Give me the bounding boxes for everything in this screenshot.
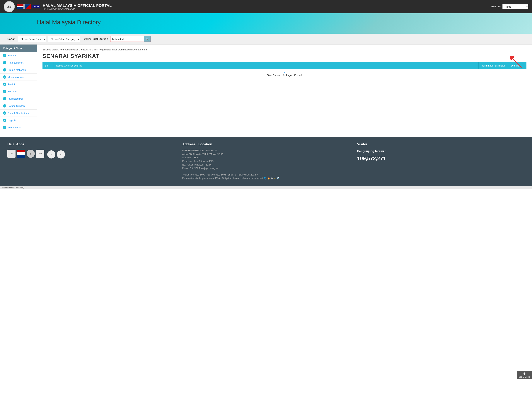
header-title-area: HALAL MALAYSIA OFFICIAL PORTAL PORTAL RA…	[43, 3, 488, 10]
total-record: Total Record : 0 - Page 1 From 0	[267, 74, 302, 77]
check-icon: ✓	[3, 126, 6, 129]
verify-label: Verify Halal Status :	[84, 38, 108, 40]
status-url: directory/index_directory	[2, 187, 24, 189]
check-icon: ✓	[3, 104, 6, 107]
sidebar: Kategori / Skim ✓ Syarikat ✓ Hotel & Res…	[0, 45, 37, 137]
flag2	[24, 4, 31, 9]
th-nama-alamat: Nama & Alamat Syarikat	[54, 62, 478, 69]
sidebar-item-kosmetik[interactable]: ✓ Kosmetik	[0, 88, 37, 95]
sidebar-label-syarikat: Syarikat	[8, 54, 16, 57]
directory-title: SENARAI SYARIKAT	[42, 53, 526, 59]
check-icon: ✓	[3, 54, 6, 57]
arrow-svg	[510, 56, 525, 70]
th-bil: Bil	[42, 62, 54, 69]
svg-line-1	[513, 58, 522, 67]
sidebar-label-menu: Menu Makanan	[8, 76, 24, 78]
hero-title: Halal Malaysia Directory	[37, 19, 525, 26]
check-icon: ✓	[3, 83, 6, 86]
check-icon: ✓	[3, 97, 6, 100]
sidebar-item-international[interactable]: ✓ International	[0, 124, 37, 131]
footer-contact: Telefon : 03-8892 5000 | Fax : 03-8892 5…	[182, 173, 350, 177]
arrow-annotation	[510, 56, 525, 70]
footer-apps-logos: حلال ◁ CCM ◎ ♥	[7, 149, 175, 159]
verify-input-wrapper: 🔍	[110, 36, 151, 42]
footer: Halal Apps حلال ◁ CCM ◎ ♥ Address / Loca…	[0, 137, 532, 186]
sidebar-header: Kategori / Skim	[0, 45, 37, 52]
sidebar-item-premis[interactable]: ✓ Premis Makanan	[0, 66, 37, 74]
sidebar-label-hotel: Hotel & Resort	[8, 61, 23, 64]
sidebar-item-farma[interactable]: ✓ Farmaseutikal	[0, 95, 37, 102]
portal-title: HALAL MALAYSIA OFFICIAL PORTAL	[43, 3, 488, 8]
lang-eng[interactable]: ENG	[491, 5, 496, 8]
app-logo-4: CCM	[36, 150, 44, 158]
verify-search-button[interactable]: 🔍	[144, 36, 151, 42]
pagination-link[interactable]: [ 1 ]	[282, 71, 286, 74]
directory-content: Selamat datang ke direktori Halal Malays…	[37, 45, 532, 137]
sidebar-item-rumah[interactable]: ✓ Rumah Sembelihan	[0, 110, 37, 117]
visitor-count: 109,572,271	[357, 154, 525, 163]
directory-table: Bil Nama & Alamat Syarikat Tarikh Luput …	[42, 62, 526, 78]
sidebar-label-produk: Produk	[8, 83, 15, 86]
lang-bm[interactable]: BM	[498, 5, 501, 8]
sidebar-item-barang[interactable]: ✓ Barang Gunaan	[0, 102, 37, 110]
sidebar-label-logistik: Logistik	[8, 119, 16, 122]
footer-apps-section: Halal Apps حلال ◁ CCM ◎ ♥	[7, 142, 175, 159]
sidebar-item-menu[interactable]: ✓ Menu Makanan	[0, 74, 37, 81]
table-body: [ 1 ] Total Record : 0 - Page 1 From 0	[42, 69, 526, 78]
nav-dropdown[interactable]: Home	[503, 4, 528, 9]
footer-browser-note: Paparan terbaik dengan resolusi 1024 x 7…	[182, 177, 350, 180]
page-header: حلال JAKIM HALAL MALAYSIA OFFICIAL PORTA…	[0, 0, 532, 13]
lang-nav: ENG BM Home	[491, 4, 528, 9]
sidebar-item-produk[interactable]: ✓ Produk	[0, 81, 37, 88]
check-icon: ✓	[3, 119, 6, 122]
app-logo-6: ♥	[57, 150, 65, 159]
halal-logo: حلال	[4, 1, 15, 12]
visitor-title: Visitor	[357, 142, 525, 146]
sidebar-label-premis: Premis Makanan	[8, 68, 26, 71]
sidebar-label-barang: Barang Gunaan	[8, 104, 25, 107]
footer-address-section: Address / Location BAHAGIAN PENGURUSAN H…	[182, 142, 350, 180]
visitor-label: Pengunjung terkini :	[357, 149, 525, 154]
category-select[interactable]: Please Select Category	[48, 36, 80, 42]
sidebar-label-kosmetik: Kosmetik	[8, 90, 18, 93]
malaysia-flag	[17, 4, 24, 9]
sidebar-label-international: International	[8, 126, 21, 129]
sidebar-label-rumah: Rumah Sembelihan	[8, 112, 29, 114]
footer-apps-title: Halal Apps	[7, 142, 175, 146]
state-select[interactable]: Please Select State	[18, 36, 46, 42]
app-logo-5: ◎	[47, 150, 56, 159]
app-logo-3: ◁	[27, 150, 35, 158]
check-icon: ✓	[3, 61, 6, 64]
check-icon: ✓	[3, 111, 6, 115]
footer-visitor-section: Visitor Pengunjung terkini : 109,572,271	[357, 142, 525, 162]
carian-label: Carian:	[7, 38, 16, 40]
table-header-row: Bil Nama & Alamat Syarikat Tarikh Luput …	[42, 62, 526, 69]
sidebar-item-hotel[interactable]: ✓ Hotel & Resort	[0, 59, 37, 66]
footer-address-line1: BAHAGIAN PENGURUSAN HALAL, JABATAN KEMAJ…	[182, 149, 350, 170]
check-icon: ✓	[3, 90, 6, 93]
verify-input[interactable]	[110, 37, 144, 42]
app-logo-2	[17, 150, 25, 158]
browser-icons: 🌐 🔥 🏔 ⚡ 🌊	[264, 177, 279, 180]
welcome-text: Selamat datang ke direktori Halal Malays…	[42, 48, 526, 51]
sidebar-item-syarikat[interactable]: ✓ Syarikat	[0, 52, 37, 59]
check-icon: ✓	[3, 68, 6, 72]
search-bar: Carian: Please Select State Please Selec…	[0, 34, 532, 45]
jakim-badge: JAKIM	[32, 5, 40, 8]
pagination-row: [ 1 ] Total Record : 0 - Page 1 From 0	[42, 69, 526, 78]
sidebar-label-farma: Farmaseutikal	[8, 97, 23, 100]
logo-area: حلال JAKIM	[4, 1, 40, 12]
status-bar: directory/index_directory	[0, 186, 532, 189]
th-tarikh: Tarikh Luput Sijil Halal	[478, 62, 508, 69]
footer-address-title: Address / Location	[182, 142, 350, 146]
flag-logos: JAKIM	[17, 4, 40, 9]
hero-banner: Halal Malaysia Directory	[0, 13, 532, 34]
portal-subtitle: PORTAL RASMI HALAL MALAYSIA	[43, 8, 488, 10]
main-content: Kategori / Skim ✓ Syarikat ✓ Hotel & Res…	[0, 45, 532, 137]
sidebar-item-logistik[interactable]: ✓ Logistik	[0, 117, 37, 124]
app-logo-1: حلال	[7, 150, 16, 158]
check-icon: ✓	[3, 75, 6, 79]
